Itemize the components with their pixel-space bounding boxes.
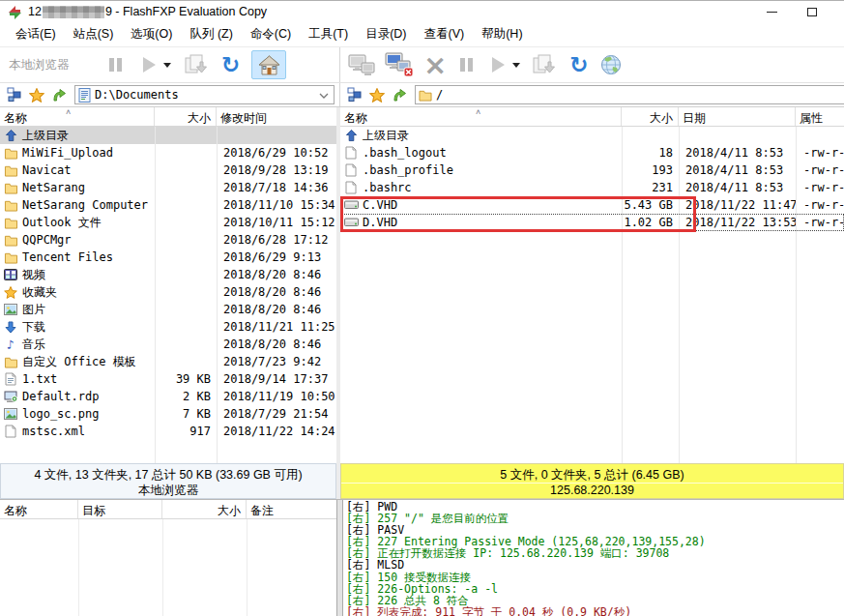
column-header-size[interactable]: 大小 [155,107,217,126]
file-row[interactable]: logo_sc.png 7 KB 2018/7/29 21:54 [0,405,336,423]
file-panes: ˄ 名称 大小 修改时间 上级目录 MiWiFi_Upload [0,107,844,463]
file-row[interactable]: C.VHD 5.43 GB 2018/11/22 11:47 -rw-r--r-… [340,196,844,214]
file-icon [343,181,359,194]
disconnect-icon [385,52,414,77]
local-path-combobox[interactable]: D:\Documents [74,85,335,104]
disconnect-button[interactable] [385,52,414,77]
status-row: 4 文件, 13 文件夹, 17 总计 50 KB (33.69 GB 可用) … [0,463,844,499]
file-icon [343,146,359,160]
folder-icon [419,89,432,102]
file-row[interactable]: 自定义 Office 模板 2018/7/23 9:42 [0,353,336,370]
ftp-log-pane[interactable]: [右]PWD [右]257 "/" 是您目前的位置 [右]PASV [右]227… [343,500,844,616]
file-row[interactable]: 视频 2018/8/20 8:46 [0,266,336,283]
pause-queue-button-remote[interactable] [460,58,473,72]
local-path-value: D:\Documents [95,88,179,102]
file-row[interactable]: .bash_logout 18 2018/4/11 8:53 -rw-r--r-… [340,144,844,161]
globe-icon [600,54,622,75]
home-folder-button[interactable] [251,50,286,79]
remote-toolbar: × ↻ [340,47,844,82]
column-header-name[interactable]: 名称 [0,107,155,126]
folder-icon [3,217,18,229]
minimize-button[interactable] [752,1,791,22]
chevron-down-icon [163,63,171,68]
transfer-queue-pane: 名称 目标 大小 备注 [0,500,336,616]
start-queue-dropdown-remote[interactable] [512,63,520,68]
remote-path-combobox[interactable]: / [415,85,844,104]
column-header-modified[interactable]: 修改时间 [217,107,336,126]
minimize-icon [767,12,777,13]
connect-button[interactable] [348,53,376,77]
refresh-local-button[interactable]: ↻ [221,54,240,76]
pause-icon [460,58,473,72]
file-row[interactable]: QQPCMgr 2018/6/28 17:12 [0,231,336,249]
file-row[interactable]: D.VHD 1.02 GB 2018/11/22 13:53 -rw-r--r-… [340,214,844,231]
queue-column-name[interactable]: 名称 [0,500,78,518]
file-row[interactable]: ♪音乐 2018/8/20 8:46 [0,336,336,353]
start-queue-button-remote[interactable] [492,57,505,73]
start-queue-button[interactable] [143,57,156,73]
web-browse-button[interactable] [600,54,622,75]
file-row[interactable]: Default.rdp 2 KB 2018/11/19 10:50 [0,388,336,405]
abort-button[interactable]: × [423,51,447,79]
up-directory-button[interactable] [51,87,67,103]
queue-log-splitter[interactable] [336,500,343,616]
menu-item[interactable]: 会话(E) [7,23,65,45]
menu-item[interactable]: 查看(V) [416,23,474,45]
column-header-name[interactable]: 名称 [340,107,622,126]
file-row[interactable]: 下载 2018/11/21 11:25 [0,318,336,336]
maximize-button[interactable] [793,1,831,22]
menu-item[interactable]: 目录(D) [357,23,415,45]
file-row[interactable]: .bash_profile 193 2018/4/11 8:53 -rw-r--… [340,161,844,179]
star-icon [29,88,44,103]
menu-item[interactable]: 队列 (Z) [181,23,241,45]
refresh-remote-button[interactable]: ↻ [569,54,588,76]
file-row[interactable]: MiWiFi_Upload 2018/6/29 10:52 [0,144,336,161]
favorites-button[interactable] [29,88,44,103]
local-list-header: ˄ 名称 大小 修改时间 [0,107,336,127]
file-row[interactable]: Outlook 文件 2018/10/11 15:12 [0,214,336,231]
start-queue-dropdown[interactable] [163,63,171,68]
column-header-date[interactable]: 日期 [679,107,796,126]
queue-column-note[interactable]: 备注 [247,500,336,518]
connect-icon [348,53,376,77]
pause-queue-button[interactable] [109,58,122,72]
combobox-dropdown-button[interactable] [319,88,329,102]
image-file-icon [3,408,18,420]
menu-item[interactable]: 帮助(H) [473,23,531,45]
toolbar-row: 本地浏览器 ↻ × ↻ [0,46,844,83]
favorites-button-remote[interactable] [369,88,385,103]
menu-item[interactable]: 工具(T) [300,23,357,45]
queue-column-size[interactable]: 大小 [162,500,247,518]
up-directory-button-remote[interactable] [392,87,407,103]
file-row[interactable]: 1.txt 39 KB 2018/9/14 17:37 [0,370,336,388]
folder-tree-button[interactable] [7,87,22,103]
file-row[interactable]: NetSarang Computer 2018/11/10 15:34 [0,196,336,214]
folder-tree-button-remote[interactable] [347,87,363,103]
column-header-size[interactable]: 大小 [622,107,679,126]
home-icon [258,55,280,75]
file-row[interactable]: 上级目录 [0,127,336,144]
column-divider [679,127,680,463]
folder-icon [3,234,18,247]
file-row[interactable]: .bashrc 231 2018/4/11 8:53 -rw-r--r-- [340,179,844,196]
queue-column-target[interactable]: 目标 [78,500,162,518]
menu-item[interactable]: 选项(O) [122,23,181,45]
column-header-attr[interactable]: 属性 [796,107,844,126]
remote-file-pane: ˄ 名称 大小 日期 属性 上级目录 .bash_logout [340,107,844,463]
menu-item[interactable]: 命令(C) [242,23,300,45]
file-row[interactable]: 收藏夹 2018/8/20 8:46 [0,283,336,301]
titlebar: 129 - FlashFXP Evaluation Copy [0,1,844,22]
file-row[interactable]: NetSarang 2018/7/18 14:36 [0,179,336,196]
file-row[interactable]: Tencent Files 2018/6/29 9:13 [0,249,336,266]
transfer-button-remote[interactable] [532,53,557,76]
play-icon [143,57,156,73]
file-row[interactable]: mstsc.xml 917 2018/11/22 14:24 [0,423,336,440]
file-row[interactable]: 上级目录 [340,127,844,144]
file-row[interactable]: Navicat 2018/9/28 13:19 [0,161,336,179]
remote-list-body: 上级目录 .bash_logout 18 2018/4/11 8:53 -rw-… [340,127,844,463]
file-row[interactable]: 图片 2018/8/20 8:46 [0,301,336,318]
menu-item[interactable]: 站点(S) [65,23,123,45]
censored-ip-block [43,6,104,18]
folder-icon [3,164,18,177]
transfer-button[interactable] [184,53,209,76]
